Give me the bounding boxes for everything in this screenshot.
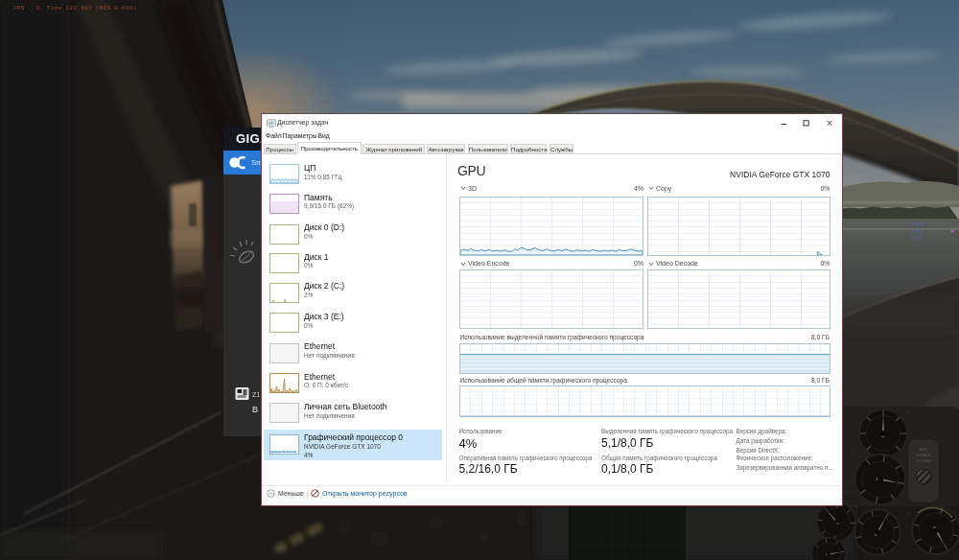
- svg-text:Z1: Z1: [252, 391, 260, 398]
- svg-text:T-38-4: T-38-4: [910, 222, 924, 227]
- svg-text:DOORS: DOORS: [916, 458, 931, 463]
- svg-text:INTAKE: INTAKE: [916, 453, 931, 457]
- svg-text:Un:17: Un:17: [910, 235, 924, 241]
- svg-text:0.4km: 0.4km: [910, 228, 924, 234]
- svg-text:B: B: [252, 405, 258, 414]
- svg-text:AUX: AUX: [919, 447, 927, 452]
